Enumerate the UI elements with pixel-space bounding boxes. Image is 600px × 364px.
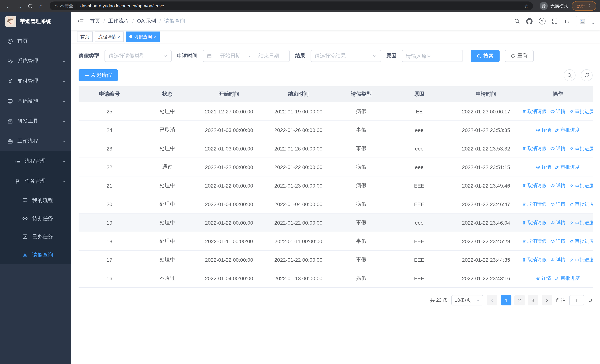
- browser-menu-icon[interactable]: ⋮: [587, 3, 592, 9]
- sidebar-item-3[interactable]: 支付管理: [0, 71, 71, 91]
- detail-action-link[interactable]: 详情: [550, 256, 565, 263]
- progress-action-link[interactable]: 审批进度: [569, 108, 593, 115]
- infrastructure-icon: [7, 98, 13, 104]
- leave-type-select[interactable]: 请选择请假类型: [104, 50, 172, 62]
- sidebar-item-8[interactable]: 任务管理: [0, 171, 71, 191]
- github-icon[interactable]: [526, 18, 533, 24]
- cell-status: 处理中: [140, 232, 194, 250]
- detail-action-label: 详情: [556, 201, 565, 207]
- close-tag-icon[interactable]: ×: [154, 35, 156, 39]
- tag-1[interactable]: 首页: [77, 31, 93, 42]
- cancel-action-link[interactable]: 取消请假: [523, 256, 547, 263]
- cancel-action-link[interactable]: 取消请假: [523, 108, 547, 115]
- apply-time-range-picker[interactable]: 开始日期 - 结束日期: [203, 50, 290, 62]
- page-size-select[interactable]: 10条/页: [451, 295, 483, 305]
- progress-action-link[interactable]: 审批进度: [569, 219, 593, 226]
- reset-button[interactable]: 重置: [505, 50, 534, 62]
- cancel-action-link[interactable]: 取消请假: [523, 145, 547, 152]
- update-button[interactable]: 更新 ⋮: [572, 1, 596, 11]
- sidebar-item-12[interactable]: 请假查询: [0, 246, 71, 264]
- search-button[interactable]: 搜索: [471, 50, 500, 62]
- start-date-field[interactable]: 开始日期: [214, 53, 247, 59]
- edit-icon: [569, 109, 574, 114]
- sidebar-item-10[interactable]: 待办任务: [0, 209, 71, 228]
- detail-action-link[interactable]: 详情: [550, 201, 565, 207]
- pagination-total: 共 23 条: [430, 297, 448, 304]
- actions-group: 详情审批进度: [524, 127, 592, 133]
- sidebar-item-9[interactable]: 我的流程: [0, 191, 71, 209]
- yen-icon: [7, 78, 13, 84]
- progress-action-link[interactable]: 审批进度: [569, 201, 593, 207]
- cancel-action-link[interactable]: 取消请假: [523, 201, 547, 207]
- tag-2[interactable]: 流程详情×: [95, 31, 124, 42]
- bookmark-star-icon[interactable]: ☆: [524, 3, 528, 9]
- prev-page-button[interactable]: ‹: [487, 295, 497, 305]
- progress-action-link[interactable]: 审批进度: [555, 127, 580, 133]
- breadcrumb-item[interactable]: 首页: [90, 18, 100, 24]
- progress-action-link[interactable]: 审批进度: [555, 164, 580, 170]
- detail-action-link[interactable]: 详情: [536, 127, 551, 133]
- cancel-action-link[interactable]: 取消请假: [523, 219, 547, 226]
- detail-action-link[interactable]: 详情: [550, 182, 565, 189]
- toggle-search-button[interactable]: [564, 69, 576, 81]
- header-search-icon[interactable]: [514, 18, 520, 24]
- breadcrumb-separator: /: [103, 18, 105, 24]
- back-icon[interactable]: ←: [4, 1, 14, 11]
- address-bar[interactable]: ⚠ 不安全 dashboard.yudao.iocoder.cn/bpm/oa/…: [50, 1, 533, 10]
- sidebar-item-5[interactable]: 研发工具: [0, 111, 71, 131]
- create-leave-button[interactable]: 发起请假: [79, 69, 118, 81]
- sidebar-item-4[interactable]: 基础设施: [0, 91, 71, 111]
- goto-page-input[interactable]: [569, 295, 584, 305]
- page-3-button[interactable]: 3: [528, 295, 538, 305]
- cancel-action-link[interactable]: 取消请假: [523, 238, 547, 244]
- table-row: 25处理中2021-12-27 00:00:002022-01-19 00:00…: [79, 102, 593, 121]
- help-icon[interactable]: ?: [539, 18, 545, 24]
- user-avatar[interactable]: [576, 16, 589, 26]
- forward-icon[interactable]: →: [14, 1, 24, 11]
- refresh-table-button[interactable]: [581, 69, 593, 81]
- sidebar-item-11[interactable]: 已办任务: [0, 228, 71, 246]
- app-logo[interactable]: 芋道管理系统: [0, 12, 71, 31]
- trash-icon: [523, 220, 526, 225]
- close-tag-icon[interactable]: ×: [118, 35, 121, 39]
- column-header: 申请编号: [79, 86, 140, 102]
- next-page-button[interactable]: ›: [542, 295, 552, 305]
- detail-action-link[interactable]: 详情: [550, 145, 565, 152]
- detail-action-link[interactable]: 详情: [550, 238, 565, 244]
- cell-leave-type: 事假: [333, 213, 390, 232]
- sidebar-item-1[interactable]: 首页: [0, 31, 71, 51]
- page-2-button[interactable]: 2: [514, 295, 525, 305]
- progress-action-link[interactable]: 审批进度: [569, 238, 593, 244]
- result-select[interactable]: 请选择流结果: [310, 50, 381, 62]
- collapse-sidebar-icon[interactable]: [77, 18, 84, 24]
- page-1-button[interactable]: 1: [501, 295, 511, 305]
- breadcrumb-item[interactable]: 工作流程: [108, 18, 129, 24]
- detail-action-label: 详情: [556, 219, 565, 226]
- actions-group: 取消请假详情审批进度: [524, 219, 592, 226]
- detail-action-link[interactable]: 详情: [550, 108, 565, 115]
- apply-time-label: 申请时间: [177, 53, 197, 59]
- sidebar-item-6[interactable]: 工作流程: [0, 131, 71, 151]
- home-icon[interactable]: ⌂: [36, 1, 46, 11]
- detail-action-link[interactable]: 详情: [536, 164, 551, 170]
- cancel-action-label: 取消请假: [527, 108, 547, 115]
- cancel-action-link[interactable]: 取消请假: [523, 182, 547, 189]
- end-date-field[interactable]: 结束日期: [252, 53, 286, 59]
- progress-action-link[interactable]: 审批进度: [569, 145, 593, 152]
- progress-action-link[interactable]: 审批进度: [569, 256, 593, 263]
- font-size-icon[interactable]: T↕: [564, 18, 570, 24]
- fullscreen-icon[interactable]: [552, 18, 558, 24]
- progress-action-link[interactable]: 审批进度: [555, 275, 580, 281]
- detail-action-link[interactable]: 详情: [550, 219, 565, 226]
- progress-action-link[interactable]: 审批进度: [569, 182, 593, 189]
- breadcrumb-item[interactable]: OA 示例: [137, 18, 156, 24]
- reload-icon[interactable]: [25, 1, 35, 11]
- leave-table: 申请编号状态开始时间结束时间请假类型原因申请时间操作 25处理中2021-12-…: [79, 86, 593, 288]
- actions-group: 取消请假详情审批进度: [524, 182, 592, 189]
- detail-action-link[interactable]: 详情: [536, 275, 551, 281]
- sidebar-item-2[interactable]: 系统管理: [0, 51, 71, 71]
- reason-input[interactable]: [402, 50, 463, 62]
- sidebar-item-7[interactable]: 流程管理: [0, 151, 71, 171]
- column-header: 开始时间: [194, 86, 264, 102]
- tag-3[interactable]: 请假查询×: [126, 31, 160, 42]
